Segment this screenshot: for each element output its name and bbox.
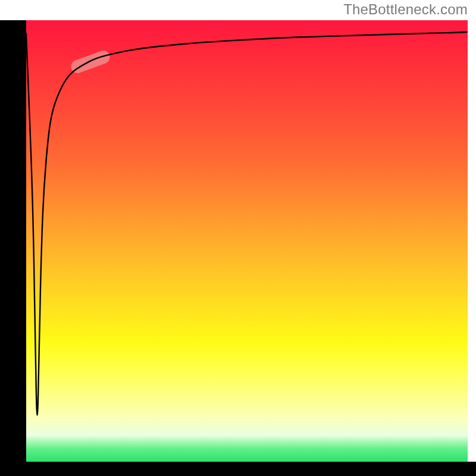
axis-left-frame xyxy=(0,20,26,476)
axis-bottom-frame xyxy=(0,462,476,476)
bottleneck-curve xyxy=(26,20,468,462)
chart-container: TheBottleneck.com xyxy=(0,0,476,476)
plot-area xyxy=(26,20,468,462)
watermark-text: TheBottleneck.com xyxy=(343,1,468,18)
